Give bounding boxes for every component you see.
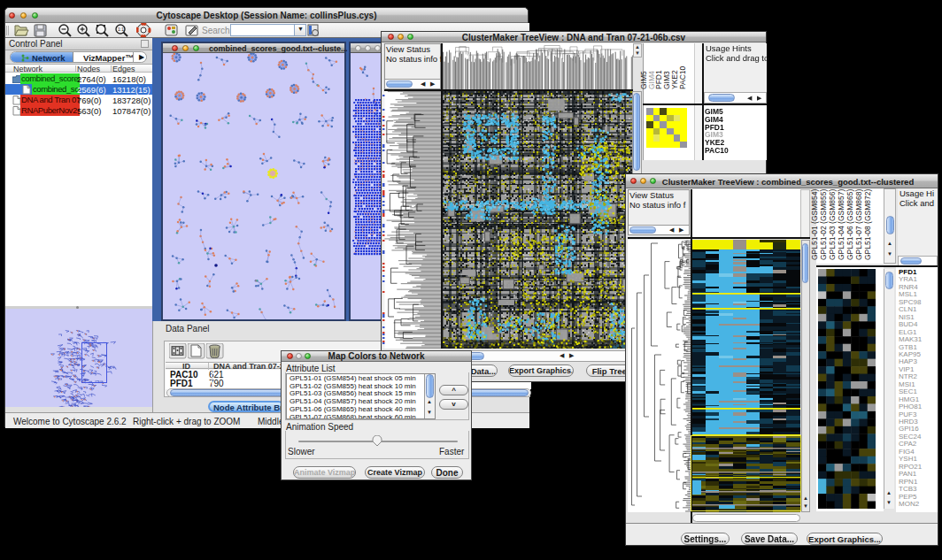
svg-text:1:1: 1:1 xyxy=(118,27,124,32)
